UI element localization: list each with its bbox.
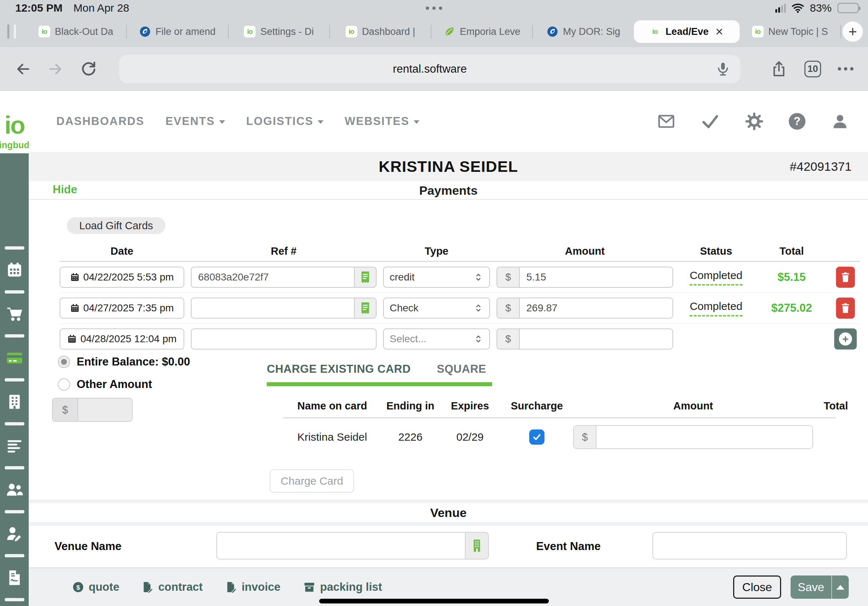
save-options-button[interactable] (832, 575, 849, 599)
status-cell[interactable]: Completed (680, 269, 752, 286)
browser-tab-2[interactable]: File or amend (127, 20, 228, 43)
app-logo[interactable]: io ingbud (0, 91, 29, 153)
forward-icon[interactable] (47, 61, 64, 77)
card-row: Kristina Seidel 2226 02/29 $ (267, 425, 848, 449)
charge-card-section: CHARGE EXISTING CARD SQUARE Name on card… (267, 363, 848, 493)
cart-icon[interactable] (6, 306, 23, 322)
browser-tab-8[interactable]: io New Topic | S (740, 20, 840, 43)
save-button[interactable]: Save (790, 575, 849, 599)
calendar-icon (70, 272, 80, 282)
calendar-icon (70, 303, 80, 313)
clock: 12:05 PM (15, 2, 62, 14)
type-select[interactable]: Check (383, 298, 490, 318)
address-bar[interactable]: rental.software (119, 55, 741, 83)
date-field[interactable]: 04/27/2025 7:35 pm (60, 298, 184, 318)
tabs-icon[interactable]: 10 (804, 61, 821, 77)
venue-lookup-button[interactable] (465, 532, 489, 560)
app-header: DASHBOARDS EVENTS LOGISTICS WEBSITES ? (29, 91, 868, 152)
browser-tab-3[interactable]: io Settings - Di (229, 20, 329, 43)
users-icon[interactable] (6, 481, 23, 498)
ref-input[interactable] (191, 298, 354, 318)
browser-tab-1[interactable]: io Black-Out Da (25, 20, 126, 43)
status-cell[interactable]: Completed (680, 300, 752, 317)
nav-websites[interactable]: WEBSITES (344, 115, 420, 128)
user-edit-icon[interactable] (6, 526, 23, 542)
mail-icon[interactable] (657, 112, 675, 130)
more-icon[interactable] (838, 67, 854, 71)
nav-events[interactable]: EVENTS (165, 115, 225, 128)
tab-charge-existing-card[interactable]: CHARGE EXISTING CARD (267, 363, 411, 376)
quote-button[interactable]: $ quote (72, 581, 119, 594)
file-pen-icon (142, 581, 153, 593)
file-signature-icon[interactable] (6, 569, 23, 586)
venue-form: Venue Name Event Name (29, 531, 868, 564)
nav-dashboards[interactable]: DASHBOARDS (56, 115, 144, 128)
select-chevrons-icon (473, 303, 484, 313)
screen: 12:05 PM Mon Apr 28 83% io Black-Out Da (0, 0, 868, 606)
calendar-icon (67, 334, 77, 344)
contract-button[interactable]: contract (142, 581, 203, 594)
new-tab-button[interactable]: + (841, 22, 864, 42)
ref-input[interactable] (191, 328, 377, 349)
sidebar-divider (5, 422, 24, 425)
surcharge-checkbox[interactable] (529, 430, 544, 445)
amount-input[interactable] (519, 267, 673, 288)
charge-amount-input[interactable] (597, 426, 812, 448)
reload-icon[interactable] (80, 60, 98, 78)
building-icon (471, 539, 482, 553)
check-icon[interactable] (701, 112, 720, 131)
receipt-button[interactable] (354, 298, 377, 318)
close-button[interactable]: Close (733, 575, 781, 599)
ref-input[interactable] (191, 267, 354, 288)
browser-tab-active[interactable]: io Lead/Eve (634, 20, 740, 43)
lead-title-bar: KRISTINA SEIDEL #42091371 (29, 152, 868, 181)
receipt-button[interactable] (354, 267, 377, 288)
calendar-icon[interactable] (6, 261, 23, 278)
charge-amount-field: $ (573, 425, 813, 449)
type-select[interactable]: credit (383, 267, 490, 288)
building-icon[interactable] (6, 393, 23, 410)
tab-square[interactable]: SQUARE (437, 363, 486, 376)
browser-tab-6[interactable]: My DOR: Sig (533, 20, 634, 43)
amount-input[interactable] (519, 298, 673, 318)
event-name-input[interactable] (653, 532, 847, 560)
packing-list-button[interactable]: packing list (303, 581, 382, 594)
status-bar: 12:05 PM Mon Apr 28 83% (0, 0, 868, 16)
back-icon[interactable] (14, 61, 31, 77)
share-icon[interactable] (770, 60, 788, 78)
type-select[interactable]: Select... (383, 328, 490, 349)
other-amount-radio[interactable]: Other Amount (58, 378, 190, 391)
date-field[interactable]: 04/28/2025 12:04 pm (60, 328, 184, 349)
total-cell: $5.15 (759, 271, 825, 284)
caret-down-icon (318, 120, 324, 124)
delete-payment-button[interactable] (836, 267, 855, 288)
help-icon[interactable]: ? (789, 113, 806, 130)
list-icon[interactable] (6, 437, 23, 454)
tab-overview-icon[interactable] (4, 24, 25, 39)
app-sidebar: io ingbud (0, 91, 29, 606)
wifi-icon (792, 3, 804, 13)
home-indicator[interactable] (319, 599, 549, 603)
charge-card-button[interactable]: Charge Card (270, 469, 354, 493)
gear-icon[interactable] (745, 112, 763, 130)
amount-input[interactable] (519, 328, 673, 349)
browser-tab-bar: io Black-Out Da File or amend io Setting… (0, 16, 868, 47)
invoice-button[interactable]: invoice (225, 581, 281, 594)
venue-name-input[interactable] (216, 532, 465, 560)
add-payment-button[interactable]: + (834, 328, 857, 349)
delete-payment-button[interactable] (836, 298, 855, 318)
payments-credit-card-icon[interactable] (6, 349, 23, 366)
io-favicon: io (244, 26, 256, 37)
browser-tab-4[interactable]: io Dashboard | (330, 20, 431, 43)
close-tab-icon[interactable] (715, 27, 724, 36)
nav-logistics[interactable]: LOGISTICS (246, 115, 324, 128)
microphone-icon[interactable] (715, 61, 731, 77)
other-amount-input[interactable] (78, 399, 132, 421)
currency-prefix: $ (496, 328, 519, 349)
date-field[interactable]: 04/22/2025 5:53 pm (60, 267, 184, 288)
entire-balance-radio[interactable]: Entire Balance: $0.00 (58, 355, 190, 368)
load-gift-cards-button[interactable]: Load Gift Cards (67, 217, 165, 234)
lead-name: KRISTINA SEIDEL (379, 158, 518, 175)
browser-tab-5[interactable]: Emporia Leve (431, 20, 532, 43)
account-icon[interactable] (831, 112, 849, 130)
